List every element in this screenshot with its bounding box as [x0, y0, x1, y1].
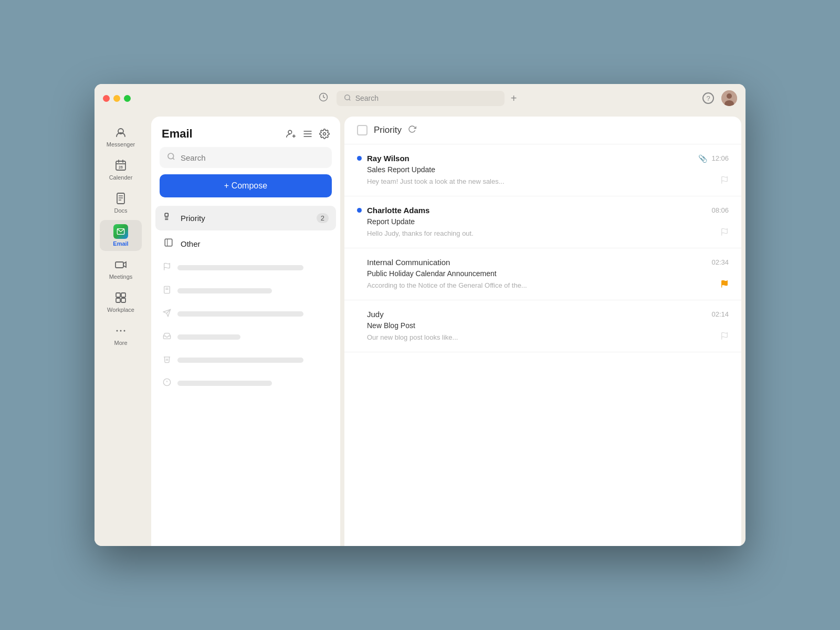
sidebar-label-messenger: Messenger	[107, 141, 135, 148]
sidebar-label-meetings: Meetings	[109, 274, 133, 280]
email-list: Ray Wilson 📎 12:06 Sales Report Update H…	[344, 144, 741, 546]
email-item[interactable]: Judy 02:14 New Blog Post Our new blog po…	[344, 300, 741, 352]
close-button[interactable]	[103, 95, 110, 102]
email-list-panel: Priority Ray Wilson	[344, 117, 741, 546]
alert-placeholder-icon	[163, 378, 171, 388]
select-all-checkbox[interactable]	[357, 125, 368, 135]
email-header-actions	[286, 129, 330, 139]
email-subject: New Blog Post	[367, 321, 415, 330]
minimize-button[interactable]	[113, 95, 120, 102]
workplace-icon	[113, 290, 128, 305]
svg-point-24	[124, 330, 125, 332]
email-time: 12:06	[711, 154, 729, 162]
sidebar-item-docs[interactable]: Docs	[100, 187, 142, 218]
email-sidebar-header: Email	[151, 117, 340, 147]
email-row1: Judy 02:14	[357, 310, 729, 319]
svg-rect-32	[165, 213, 168, 216]
placeholder-row-6	[155, 373, 336, 394]
placeholder-bar-5	[177, 358, 303, 363]
email-preview: Hey team! Just took a look at the new sa…	[367, 177, 720, 185]
messenger-icon	[113, 125, 128, 140]
titlebar-search-icon	[344, 94, 351, 103]
compose-button[interactable]: + Compose	[160, 174, 332, 197]
flag-icon[interactable]	[720, 280, 729, 290]
sidebar-item-meetings[interactable]: Meetings	[100, 253, 142, 284]
email-time-area: 02:14	[711, 310, 729, 318]
flag-placeholder-icon	[163, 262, 171, 273]
email-item[interactable]: Charlotte Adams 08:06 Report Update Hell…	[344, 196, 741, 248]
placeholder-row-2	[155, 280, 336, 301]
titlebar-search-bar[interactable]: Search	[337, 91, 505, 106]
trash-placeholder-icon	[163, 355, 171, 365]
svg-point-30	[168, 153, 174, 159]
sidebar-label-workplace: Workplace	[107, 307, 134, 313]
window-controls	[103, 95, 131, 102]
priority-badge: 2	[317, 213, 329, 223]
email-row3: Hello Judy, thanks for reaching out.	[357, 228, 729, 238]
email-search-input[interactable]	[181, 153, 324, 162]
unread-indicator	[357, 156, 362, 161]
meetings-icon	[113, 257, 128, 272]
sidebar-label-more: More	[114, 340, 127, 346]
email-time: 02:14	[711, 310, 729, 318]
flag-icon[interactable]	[720, 332, 729, 342]
sidebar-nav-item-priority[interactable]: Priority 2	[155, 206, 336, 230]
help-button[interactable]: ?	[702, 92, 714, 104]
sidebar-item-more[interactable]: More	[100, 319, 142, 350]
email-search-icon	[167, 152, 175, 163]
sidebar-item-email[interactable]: Email	[100, 220, 142, 251]
refresh-button[interactable]	[408, 125, 416, 135]
more-icon	[113, 323, 128, 338]
sidebar-nav-label-other: Other	[181, 239, 329, 248]
contacts-button[interactable]	[286, 129, 296, 139]
svg-point-25	[288, 130, 292, 134]
email-preview: Our new blog post looks like...	[367, 333, 720, 341]
placeholder-bar-6	[177, 381, 272, 386]
email-search-bar[interactable]	[160, 147, 332, 168]
sidebar-item-messenger[interactable]: Messenger	[100, 121, 142, 152]
email-item[interactable]: Internal Communication 02:34 Public Holi…	[344, 248, 741, 300]
email-sender: Judy	[367, 310, 384, 319]
flag-icon[interactable]	[720, 228, 729, 238]
placeholder-bar-4	[177, 334, 240, 340]
sidebar-item-workplace[interactable]: Workplace	[100, 286, 142, 317]
flag-icon[interactable]	[720, 176, 729, 186]
svg-point-23	[120, 330, 122, 332]
email-sender-area: Internal Communication	[357, 258, 450, 267]
email-sender-area: Charlotte Adams	[357, 206, 429, 215]
sidebar-nav-item-other[interactable]: Other	[155, 232, 336, 256]
svg-point-1	[344, 94, 349, 99]
nav-sidebar: Messenger 26 Calender	[94, 112, 147, 546]
sidebar-label-email: Email	[113, 240, 128, 247]
email-row2: New Blog Post	[357, 321, 729, 330]
email-preview: Hello Judy, thanks for reaching out.	[367, 229, 720, 237]
settings-button[interactable]	[319, 129, 330, 139]
email-preview: According to the Notice of the General O…	[367, 281, 720, 289]
placeholder-bar-2	[177, 288, 272, 293]
sidebar-nav-label-priority: Priority	[181, 214, 310, 223]
attachment-icon: 📎	[698, 154, 707, 163]
history-button[interactable]	[317, 90, 330, 107]
email-subject: Report Update	[367, 217, 415, 226]
calendar-icon: 26	[113, 158, 128, 173]
email-subject: Public Holiday Calendar Announcement	[367, 269, 497, 278]
email-sender: Charlotte Adams	[367, 206, 429, 215]
send-placeholder-icon	[163, 309, 171, 319]
svg-rect-19	[121, 293, 125, 297]
maximize-button[interactable]	[124, 95, 131, 102]
email-time: 08:06	[711, 206, 729, 214]
email-icon	[113, 224, 128, 239]
new-tab-button[interactable]: +	[511, 92, 517, 104]
email-row3: Our new blog post looks like...	[357, 332, 729, 342]
svg-rect-21	[121, 298, 125, 302]
doc-placeholder-icon	[163, 286, 171, 296]
list-view-button[interactable]	[302, 129, 313, 139]
email-row2: Sales Report Update	[357, 165, 729, 174]
email-time: 02:34	[711, 258, 729, 266]
email-item[interactable]: Ray Wilson 📎 12:06 Sales Report Update H…	[344, 144, 741, 196]
sidebar-item-calender[interactable]: 26 Calender	[100, 154, 142, 185]
placeholder-row-3	[155, 303, 336, 324]
unread-indicator	[357, 208, 362, 213]
avatar[interactable]	[721, 90, 737, 106]
svg-rect-35	[165, 239, 172, 246]
